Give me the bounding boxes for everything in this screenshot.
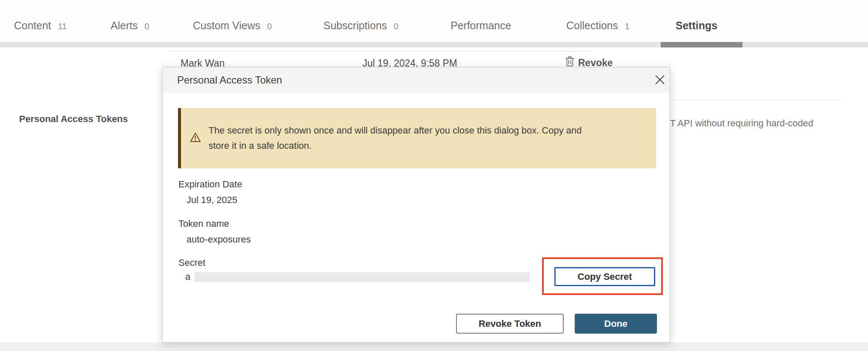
- tab-collections[interactable]: Collections 1: [566, 20, 629, 32]
- tab-label: Settings: [676, 20, 718, 32]
- tab-settings[interactable]: Settings: [676, 20, 718, 32]
- expiration-date-value: Jul 19, 2025: [186, 195, 237, 206]
- tab-label: Alerts: [111, 20, 138, 32]
- dialog-title: Personal Access Token: [177, 74, 282, 86]
- secret-label: Secret: [178, 257, 206, 268]
- token-name-value: auto-exposures: [186, 234, 251, 245]
- tab-count-badge: 0: [394, 22, 398, 31]
- tab-bar: Content 11 Alerts 0 Custom Views 0 Subsc…: [0, 0, 868, 47]
- tab-count-badge: 1: [625, 22, 629, 31]
- page-bottom-strip: [0, 343, 868, 351]
- warning-icon: [189, 132, 201, 145]
- tab-content[interactable]: Content 11: [14, 20, 67, 32]
- token-table-divider: [169, 51, 591, 52]
- dialog-header: Personal Access Token: [163, 67, 670, 93]
- secret-visible-value: a: [185, 271, 190, 282]
- tab-subscriptions[interactable]: Subscriptions 0: [323, 20, 398, 32]
- secret-warning-banner: The secret is only shown once and will d…: [178, 108, 656, 168]
- close-button[interactable]: [652, 72, 668, 88]
- active-tab-indicator: [661, 42, 743, 47]
- tab-count-badge: 0: [145, 22, 149, 31]
- tab-label: Performance: [451, 20, 511, 32]
- tab-count-badge: 11: [58, 22, 67, 31]
- section-heading-personal-access-tokens: Personal Access Tokens: [19, 114, 128, 125]
- tab-alerts[interactable]: Alerts 0: [111, 20, 149, 32]
- close-icon: [654, 74, 665, 86]
- token-name-label: Token name: [178, 218, 229, 229]
- tab-performance[interactable]: Performance: [451, 20, 511, 32]
- tab-label: Collections: [566, 20, 618, 32]
- page: Content 11 Alerts 0 Custom Views 0 Subsc…: [0, 0, 868, 351]
- tab-label: Subscriptions: [323, 20, 387, 32]
- tab-label: Content: [14, 20, 51, 32]
- revoke-token-button[interactable]: Revoke Token: [456, 314, 564, 334]
- secret-value-row: a: [185, 271, 530, 282]
- tab-count-badge: 0: [267, 22, 272, 31]
- expiration-date-label: Expiration Date: [178, 179, 242, 190]
- tab-label: Custom Views: [193, 20, 260, 32]
- copy-secret-button[interactable]: Copy Secret: [554, 267, 655, 286]
- section-description-fragment: ST API without requiring hard-coded: [664, 118, 813, 129]
- personal-access-token-dialog: Personal Access Token The se: [162, 67, 670, 343]
- done-button[interactable]: Done: [575, 314, 657, 334]
- tab-custom-views[interactable]: Custom Views 0: [193, 20, 272, 32]
- warning-text: The secret is only shown once and will d…: [209, 123, 596, 153]
- secret-masked-bar: [195, 272, 530, 282]
